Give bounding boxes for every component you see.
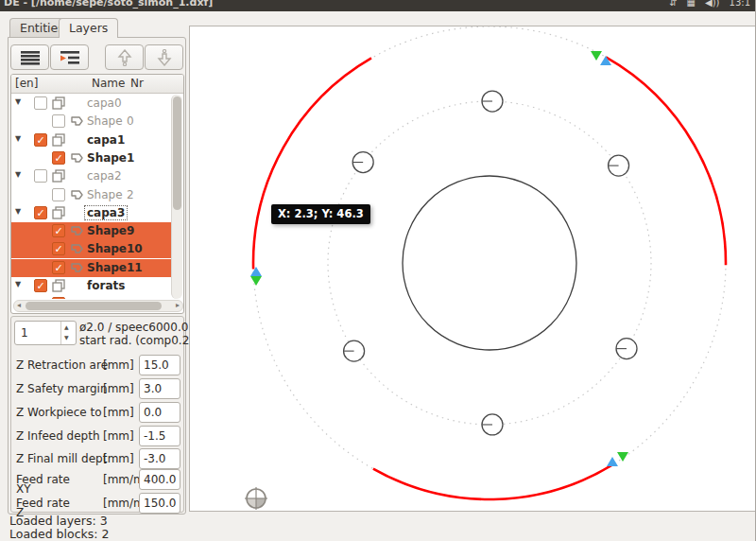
param-row: Feed rateXY[mm/min]400.0 xyxy=(14,470,182,491)
tree-horizontal-scrollbar[interactable]: ◂ ▸ xyxy=(13,300,183,312)
shape-row[interactable]: ✓ xyxy=(11,295,172,299)
sound-icon[interactable]: ◀)) xyxy=(705,0,720,8)
row-label: capa1 xyxy=(87,133,125,147)
titlebar: DE - [/home/sepe/soto_simon_1.dxf] ⇵ ▦ ◀… xyxy=(0,0,756,11)
layer-row[interactable]: ▼capa2 xyxy=(11,167,172,185)
tool-info-line2: start rad. (comp0.2 xyxy=(79,334,189,347)
row-label: Shape xyxy=(87,188,123,201)
row-label: Shape xyxy=(87,151,127,165)
drawing-canvas[interactable]: X: 2.3; Y: 46.3 xyxy=(189,26,756,512)
param-label: Z Infeed depth xyxy=(16,429,100,443)
tree-body: ▼capa0Shape0▼✓capa1✓Shape1▼capa2Shape2▼✓… xyxy=(11,95,172,299)
row-label: Shape xyxy=(87,114,123,128)
layer-row[interactable]: ▼✓capa1 xyxy=(11,131,172,149)
param-input[interactable]: -3.0 xyxy=(139,448,180,469)
shape-row[interactable]: Shape2 xyxy=(11,186,172,204)
scroll-left-icon[interactable]: ◂ xyxy=(17,301,21,309)
visibility-checkbox[interactable]: ✓ xyxy=(34,206,47,219)
system-tray: ⇵ ▦ ◀)) 13:1 xyxy=(669,0,750,8)
shape-icon xyxy=(70,151,84,166)
green-direction-marker-icon xyxy=(250,276,262,286)
shape-icon xyxy=(70,114,84,129)
param-input[interactable]: 150.0 xyxy=(139,493,180,514)
column-nr: Nr xyxy=(130,77,144,90)
keyboard-icon[interactable]: ▦ xyxy=(687,0,696,8)
expand-arrow-icon[interactable]: ▼ xyxy=(15,207,21,216)
expand-arrow-icon[interactable]: ▼ xyxy=(15,97,21,106)
clock-text: 13:1 xyxy=(730,0,750,8)
arrow-up-icon xyxy=(117,49,132,66)
spinner-buttons[interactable]: ▲ ▼ xyxy=(60,322,76,344)
param-input[interactable]: -1.5 xyxy=(139,426,180,446)
param-input[interactable]: 3.0 xyxy=(139,378,180,399)
window-title: DE - [/home/sepe/soto_simon_1.dxf] xyxy=(4,0,213,9)
arrange-icon[interactable]: ⇵ xyxy=(669,0,677,8)
column-language: [en] xyxy=(15,77,38,90)
layer-icon xyxy=(52,279,66,293)
row-label: Shape xyxy=(87,242,127,255)
move-up-button[interactable] xyxy=(105,44,144,70)
row-label: forats xyxy=(87,279,125,292)
tab-layers[interactable]: Layers xyxy=(59,18,118,38)
spinner-up-icon[interactable]: ▲ xyxy=(64,323,69,330)
visibility-checkbox[interactable] xyxy=(34,96,47,110)
status-loaded-layers: Loaded layers: 3 xyxy=(9,514,108,528)
layer-row[interactable]: ▼✓forats xyxy=(11,277,172,295)
param-input[interactable]: 0.0 xyxy=(139,402,180,423)
param-row: Feed rateZ[mm/min]150.0 xyxy=(14,494,182,515)
layer-row[interactable]: ▼✓capa3 xyxy=(11,204,172,222)
visibility-checkbox[interactable]: ✓ xyxy=(52,261,65,274)
geometry-svg xyxy=(190,26,755,511)
scroll-right-icon[interactable]: ▸ xyxy=(176,301,180,309)
expand-arrow-icon[interactable]: ▼ xyxy=(15,280,21,288)
tool-number-spinner[interactable]: 1 ▲ ▼ xyxy=(14,321,77,345)
spinner-down-icon[interactable]: ▼ xyxy=(64,334,69,340)
tool-number-value: 1 xyxy=(21,326,28,340)
layer-icon xyxy=(52,169,66,183)
scrollbar-thumb[interactable] xyxy=(173,96,181,210)
visibility-checkbox[interactable]: ✓ xyxy=(34,279,47,292)
visibility-checkbox[interactable]: ✓ xyxy=(34,133,47,147)
blue-direction-marker-icon xyxy=(607,457,618,466)
row-number: 1 xyxy=(127,151,134,165)
visibility-checkbox[interactable] xyxy=(52,188,65,201)
param-input[interactable]: 15.0 xyxy=(139,355,180,375)
expand-arrow-icon[interactable]: ▼ xyxy=(15,134,21,143)
tree-vertical-scrollbar[interactable] xyxy=(171,95,182,299)
collapse-tree-button[interactable] xyxy=(10,44,49,70)
shape-icon xyxy=(70,261,84,275)
shape-row[interactable]: Shape0 xyxy=(11,113,172,131)
visibility-checkbox[interactable]: ✓ xyxy=(52,242,65,255)
layer-icon xyxy=(52,96,66,111)
visibility-checkbox[interactable]: ✓ xyxy=(52,224,65,237)
row-number: 0 xyxy=(127,114,134,128)
dxf2gcode-window: DE - [/home/sepe/soto_simon_1.dxf] ⇵ ▦ ◀… xyxy=(0,0,756,541)
move-down-button[interactable] xyxy=(145,44,183,70)
layer-row[interactable]: ▼capa0 xyxy=(11,95,172,113)
expand-tree-button[interactable] xyxy=(50,44,89,70)
visibility-checkbox[interactable]: ✓ xyxy=(52,151,65,165)
milling-parameters: 1 ▲ ▼ ø2.0 / speec6000.0 start rad. (com… xyxy=(10,316,184,513)
coordinate-tooltip: X: 2.3; Y: 46.3 xyxy=(271,204,370,224)
param-row: Z Safety margin[mm]3.0 xyxy=(14,379,182,400)
param-label: Z Workpiece to xyxy=(16,406,102,419)
shape-row[interactable]: ✓Shape11 xyxy=(11,259,172,277)
expand-arrow-icon[interactable]: ▼ xyxy=(15,170,21,179)
shape-row[interactable]: ✓Shape9 xyxy=(11,222,172,240)
tree-header: [en] Name Nr xyxy=(11,75,183,94)
scrollbar-thumb[interactable] xyxy=(26,302,162,310)
shape-row[interactable]: ✓Shape1 xyxy=(11,149,172,167)
param-row: Z Infeed depth[mm]-1.5 xyxy=(14,427,182,447)
tool-info-line1: ø2.0 / speec6000.0 xyxy=(79,321,188,334)
layers-panel: [en] Name Nr ▼capa0Shape0▼✓capa1✓Shape1▼… xyxy=(8,37,186,515)
visibility-checkbox[interactable] xyxy=(52,114,65,128)
param-unit: [mm] xyxy=(103,358,134,372)
param-row: Z Workpiece to[mm]0.0 xyxy=(14,403,182,424)
param-input[interactable]: 400.0 xyxy=(139,469,180,490)
shape-icon xyxy=(70,188,84,202)
green-direction-marker-icon xyxy=(617,452,628,462)
visibility-checkbox[interactable] xyxy=(34,169,47,183)
visibility-checkbox[interactable]: ✓ xyxy=(52,297,65,299)
shape-row[interactable]: ✓Shape10 xyxy=(11,240,172,258)
layer-icon xyxy=(52,133,66,148)
